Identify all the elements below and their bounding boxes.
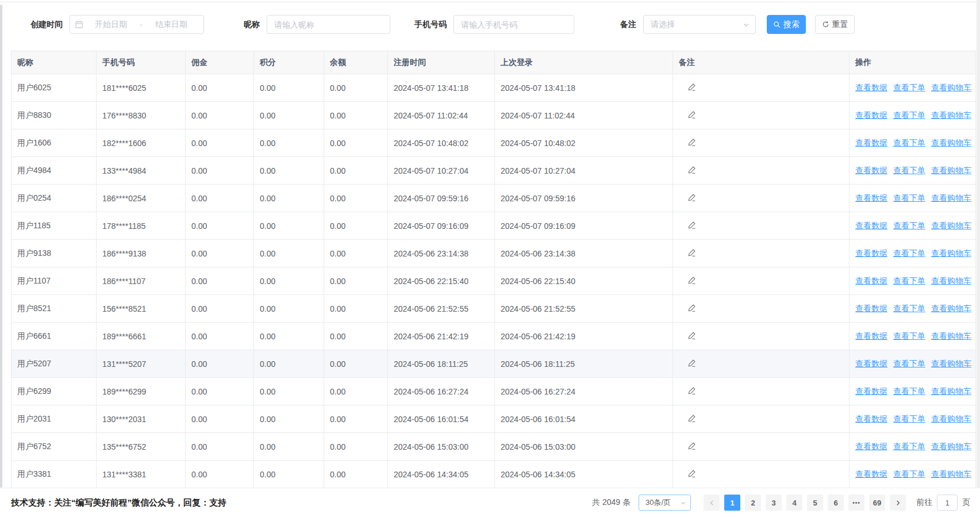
- page-5-button[interactable]: 5: [807, 495, 823, 511]
- last-login-cell: 2024-05-06 18:11:25: [495, 350, 673, 378]
- prev-page-button[interactable]: [704, 495, 720, 511]
- edit-remark-icon[interactable]: [687, 83, 696, 91]
- edit-remark-icon[interactable]: [687, 221, 696, 229]
- view-data-link[interactable]: 查看数据: [855, 166, 887, 175]
- edit-remark-icon[interactable]: [687, 469, 696, 478]
- nickname-cell: 用户1185: [11, 212, 97, 240]
- left-scrollbar[interactable]: [0, 5, 2, 488]
- view-cart-link[interactable]: 查看购物车: [931, 276, 971, 285]
- page: 创建时间 开始日期 - 结束日期 昵称 手机号码: [0, 0, 980, 517]
- view-data-link[interactable]: 查看数据: [855, 304, 887, 313]
- edit-remark-icon[interactable]: [687, 414, 696, 423]
- page-6-button[interactable]: 6: [828, 495, 844, 511]
- phone-input[interactable]: [454, 15, 574, 34]
- register-time-cell: 2024-05-06 21:52:55: [388, 295, 495, 323]
- edit-remark-icon[interactable]: [687, 442, 696, 450]
- edit-remark-icon[interactable]: [687, 359, 696, 367]
- view-cart-link[interactable]: 查看购物车: [931, 304, 971, 313]
- commission-cell: 0.00: [186, 74, 254, 102]
- date-start-placeholder[interactable]: 开始日期: [83, 20, 139, 30]
- balance-cell: 0.00: [324, 295, 388, 323]
- view-orders-link[interactable]: 查看下单: [893, 331, 925, 340]
- view-data-link[interactable]: 查看数据: [855, 359, 887, 368]
- col-header-points: 积分: [254, 51, 324, 74]
- phone-cell: 178****1185: [97, 212, 186, 240]
- view-orders-link[interactable]: 查看下单: [893, 193, 925, 202]
- view-cart-link[interactable]: 查看购物车: [931, 138, 971, 147]
- view-orders-link[interactable]: 查看下单: [893, 442, 925, 451]
- view-cart-link[interactable]: 查看购物车: [931, 386, 971, 396]
- view-orders-link[interactable]: 查看下单: [893, 414, 925, 423]
- page-buttons: 123456•••69: [722, 495, 887, 511]
- goto-page-input[interactable]: [937, 495, 958, 511]
- view-orders-link[interactable]: 查看下单: [893, 276, 925, 285]
- right-scrollbar[interactable]: [977, 0, 980, 517]
- view-cart-link[interactable]: 查看购物车: [931, 414, 971, 423]
- nickname-input[interactable]: [267, 15, 390, 34]
- edit-remark-icon[interactable]: [687, 276, 696, 285]
- reset-button[interactable]: 重置: [815, 15, 855, 34]
- view-cart-link[interactable]: 查看购物车: [931, 83, 971, 92]
- nickname-cell: 用户0254: [11, 185, 97, 212]
- view-data-link[interactable]: 查看数据: [855, 414, 887, 423]
- next-page-button[interactable]: [890, 495, 906, 511]
- view-orders-link[interactable]: 查看下单: [893, 386, 925, 396]
- view-orders-link[interactable]: 查看下单: [893, 110, 925, 120]
- view-data-link[interactable]: 查看数据: [855, 276, 887, 285]
- edit-remark-icon[interactable]: [687, 248, 696, 257]
- view-cart-link[interactable]: 查看购物车: [931, 469, 971, 478]
- page-1-button[interactable]: 1: [724, 495, 740, 511]
- search-button[interactable]: 搜索: [767, 15, 806, 34]
- edit-remark-icon[interactable]: [687, 193, 696, 202]
- nickname-cell: 用户6661: [11, 323, 97, 350]
- view-cart-link[interactable]: 查看购物车: [931, 110, 971, 120]
- actions-cell: 查看数据查看下单查看购物车: [850, 295, 976, 323]
- view-data-link[interactable]: 查看数据: [855, 248, 887, 258]
- date-end-placeholder[interactable]: 结束日期: [144, 20, 199, 30]
- page-3-button[interactable]: 3: [766, 495, 782, 511]
- edit-remark-icon[interactable]: [687, 331, 696, 340]
- view-data-link[interactable]: 查看数据: [855, 83, 887, 92]
- view-orders-link[interactable]: 查看下单: [893, 248, 925, 258]
- edit-remark-icon[interactable]: [687, 304, 696, 312]
- table-row: 用户5207131****52070.000.000.002024-05-06 …: [11, 350, 976, 378]
- remark-select[interactable]: 请选择: [643, 15, 756, 34]
- view-data-link[interactable]: 查看数据: [855, 442, 887, 451]
- view-data-link[interactable]: 查看数据: [855, 221, 887, 230]
- page-size-select[interactable]: 30条/页: [639, 495, 691, 511]
- view-orders-link[interactable]: 查看下单: [893, 83, 925, 92]
- edit-remark-icon[interactable]: [687, 138, 696, 147]
- date-range-picker[interactable]: 开始日期 - 结束日期: [70, 15, 204, 34]
- view-orders-link[interactable]: 查看下单: [893, 138, 925, 147]
- view-orders-link[interactable]: 查看下单: [893, 359, 925, 368]
- actions-cell: 查看数据查看下单查看购物车: [850, 74, 976, 102]
- points-cell: 0.00: [254, 323, 324, 350]
- view-data-link[interactable]: 查看数据: [855, 469, 887, 478]
- view-orders-link[interactable]: 查看下单: [893, 469, 925, 478]
- view-cart-link[interactable]: 查看购物车: [931, 331, 971, 340]
- edit-remark-icon[interactable]: [687, 386, 696, 395]
- more-pages-button[interactable]: •••: [848, 495, 864, 511]
- view-data-link[interactable]: 查看数据: [855, 110, 887, 120]
- actions-cell: 查看数据查看下单查看购物车: [850, 212, 976, 240]
- edit-remark-icon[interactable]: [687, 110, 696, 119]
- view-cart-link[interactable]: 查看购物车: [931, 221, 971, 230]
- view-data-link[interactable]: 查看数据: [855, 193, 887, 202]
- view-cart-link[interactable]: 查看购物车: [931, 359, 971, 368]
- view-orders-link[interactable]: 查看下单: [893, 221, 925, 230]
- commission-cell: 0.00: [186, 461, 254, 488]
- view-data-link[interactable]: 查看数据: [855, 138, 887, 147]
- page-69-button[interactable]: 69: [869, 495, 885, 511]
- edit-remark-icon[interactable]: [687, 166, 696, 174]
- view-data-link[interactable]: 查看数据: [855, 331, 887, 340]
- nickname-cell: 用户2031: [11, 405, 97, 433]
- page-4-button[interactable]: 4: [786, 495, 802, 511]
- view-orders-link[interactable]: 查看下单: [893, 304, 925, 313]
- view-cart-link[interactable]: 查看购物车: [931, 248, 971, 258]
- view-orders-link[interactable]: 查看下单: [893, 166, 925, 175]
- view-data-link[interactable]: 查看数据: [855, 386, 887, 396]
- page-2-button[interactable]: 2: [745, 495, 761, 511]
- view-cart-link[interactable]: 查看购物车: [931, 193, 971, 202]
- view-cart-link[interactable]: 查看购物车: [931, 166, 971, 175]
- view-cart-link[interactable]: 查看购物车: [931, 442, 971, 451]
